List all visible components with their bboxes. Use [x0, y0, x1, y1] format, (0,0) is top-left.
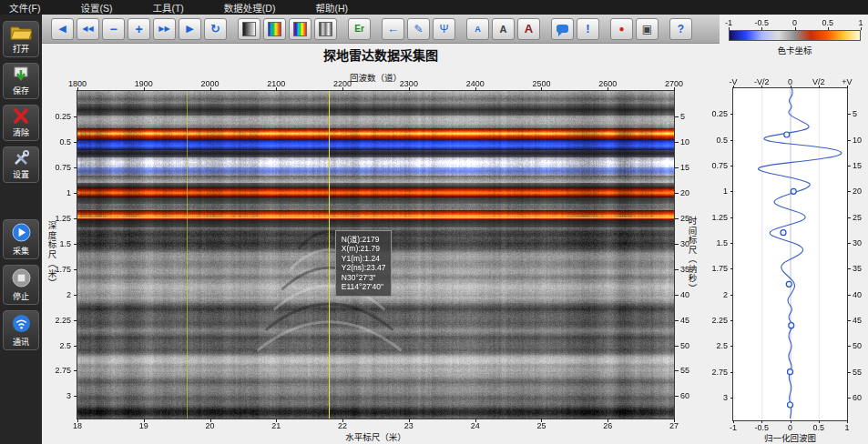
- colorbar-title: 色卡坐标: [729, 44, 861, 56]
- alert-button[interactable]: !: [577, 18, 599, 40]
- menu-item-settings[interactable]: 设置(S): [71, 1, 121, 15]
- tick-mark: [144, 87, 145, 91]
- tick-mark: [761, 27, 762, 30]
- font-large-icon: A: [525, 22, 533, 35]
- tick-mark: [674, 87, 675, 91]
- colormap-spectrum-button[interactable]: [289, 18, 311, 40]
- right-axis-tick: 25: [680, 214, 689, 223]
- bottom-axis-tick: 26: [603, 421, 612, 430]
- zoom-out-button[interactable]: −: [102, 18, 125, 40]
- trace-left-tick: 2: [723, 290, 728, 299]
- sidebar-button-acquire[interactable]: 采集: [3, 219, 39, 259]
- tooltip-line: N(道):2179: [342, 235, 386, 245]
- right-axis-tick: 10: [680, 137, 689, 146]
- bottom-axis-tick: 21: [271, 421, 281, 430]
- message-button[interactable]: [551, 18, 574, 40]
- app-window: 文件(F) 设置(S) 工具(T) 数据处理(D) 帮助(H) ◀◀◀−+▶▶▶…: [0, 0, 868, 444]
- left-axis-tick: 2.5: [59, 341, 71, 350]
- tick-mark: [210, 87, 211, 91]
- tick-mark: [409, 419, 410, 422]
- menu-item-help[interactable]: 帮助(H): [306, 1, 357, 15]
- tick-mark: [848, 372, 851, 373]
- trace-right-tick: 10: [853, 136, 862, 145]
- font-large-button[interactable]: A: [517, 18, 540, 40]
- rewind-button[interactable]: ◀◀: [77, 18, 99, 40]
- tick-mark: [730, 166, 733, 166]
- bottom-axis-tick: 20: [206, 421, 215, 430]
- tick-mark: [848, 295, 851, 296]
- message-icon: [557, 25, 568, 33]
- undo-button[interactable]: ←: [382, 18, 404, 40]
- tick-mark: [276, 419, 277, 422]
- tick-mark: [342, 87, 343, 91]
- right-axis-tick: 55: [680, 366, 689, 375]
- sidebar-button-open[interactable]: 打开: [3, 21, 39, 57]
- edit-pencil-button[interactable]: ✎: [407, 18, 430, 40]
- tick-mark: [675, 346, 679, 347]
- tick-mark: [848, 268, 851, 269]
- trace-right-tick: 35: [853, 264, 862, 273]
- menu-item-tools[interactable]: 工具(T): [143, 1, 192, 15]
- tooltip-line: N30°27'3": [342, 273, 386, 283]
- refresh-button[interactable]: ↻: [204, 18, 227, 40]
- trace-left-tick: 0.5: [716, 136, 728, 145]
- tick-mark: [74, 320, 77, 321]
- help-icon: ?: [678, 23, 684, 35]
- tooltip-line: Y1(m):1.24: [342, 254, 386, 264]
- edit-pencil-icon: ✎: [414, 23, 423, 35]
- step-back-button[interactable]: ◀: [51, 18, 74, 40]
- tick-mark: [74, 142, 77, 143]
- tick-mark: [730, 372, 733, 373]
- erase-button[interactable]: Er: [348, 18, 371, 40]
- tick-mark: [675, 116, 679, 117]
- tick-mark: [733, 420, 734, 423]
- colormap-gray-button[interactable]: [238, 18, 260, 40]
- right-axis-tick: 20: [680, 188, 689, 197]
- save-icon: [11, 66, 31, 86]
- tick-mark: [730, 140, 733, 141]
- font-medium-icon: A: [500, 24, 507, 35]
- antenna-button[interactable]: Ψ: [433, 18, 455, 40]
- colormap-rainbow-button[interactable]: [263, 18, 286, 40]
- record-button[interactable]: ●: [610, 18, 633, 40]
- menu-item-data-processing[interactable]: 数据处理(D): [215, 1, 285, 15]
- top-axis-title: 回波数（道）: [77, 71, 674, 84]
- right-axis-tick: 30: [680, 239, 689, 248]
- tick-mark: [819, 86, 820, 88]
- trace-plot[interactable]: [733, 88, 847, 420]
- tooltip-line: X(m):21.79: [342, 244, 386, 254]
- snapshot-button[interactable]: ▣: [636, 18, 659, 40]
- tick-mark: [791, 420, 791, 423]
- step-forward-button[interactable]: ▶: [179, 18, 201, 40]
- bottom-axis-tick: 19: [139, 421, 148, 430]
- colorbar-tick: 1: [858, 18, 863, 27]
- font-small-button[interactable]: A: [466, 18, 489, 40]
- zoom-in-button[interactable]: +: [128, 18, 150, 40]
- tick-mark: [848, 243, 851, 244]
- sidebar-button-clear[interactable]: 清除: [3, 105, 39, 141]
- right-axis-tick: 45: [680, 316, 689, 325]
- colormap-bars-button[interactable]: [314, 18, 337, 40]
- trace-left-tick: 3: [723, 393, 728, 402]
- menu-item-file[interactable]: 文件(F): [0, 1, 49, 15]
- sidebar-button-stop[interactable]: 停止: [3, 265, 39, 305]
- tick-mark: [74, 218, 77, 219]
- alert-icon: !: [586, 22, 589, 35]
- sidebar-button-comm[interactable]: 通讯: [3, 310, 39, 350]
- help-button[interactable]: ?: [669, 18, 692, 40]
- bottom-axis-title: 水平标尺（米）: [77, 430, 674, 443]
- zoom-in-icon: +: [135, 22, 142, 36]
- tick-mark: [848, 398, 851, 399]
- left-axis-tick: 2: [66, 290, 71, 299]
- sidebar-button-save[interactable]: 保存: [3, 63, 39, 99]
- trace-bottom-tick: 0: [788, 423, 792, 432]
- erase-icon: Er: [354, 24, 364, 34]
- bottom-axis-tick: 27: [669, 421, 679, 430]
- undo-icon: ←: [387, 22, 399, 35]
- sidebar-button-label: 打开: [13, 45, 29, 55]
- font-medium-button[interactable]: A: [492, 18, 515, 40]
- fast-forward-button[interactable]: ▶▶: [153, 18, 176, 40]
- sidebar-button-settings[interactable]: 设置: [3, 146, 39, 183]
- tick-mark: [730, 114, 733, 115]
- right-axis-tick: 5: [680, 112, 685, 121]
